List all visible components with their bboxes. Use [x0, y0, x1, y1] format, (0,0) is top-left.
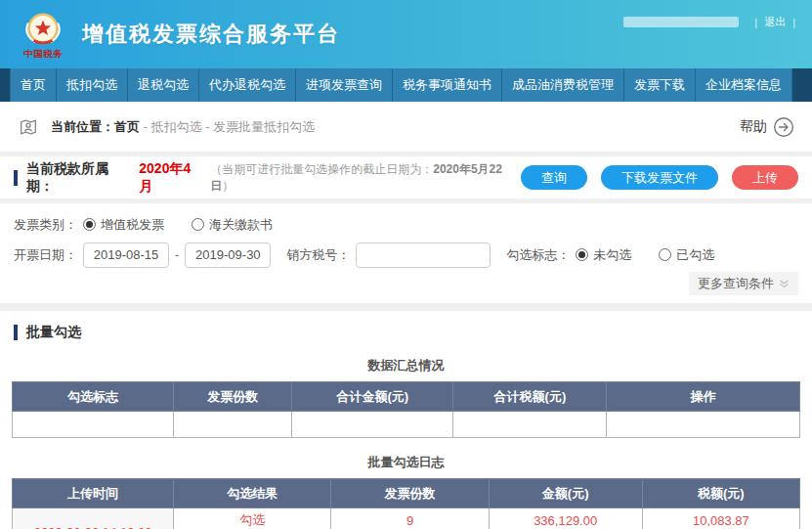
- cell-empty: [174, 412, 292, 438]
- log-table-title: 批量勾选日志: [0, 454, 812, 471]
- radio-option-customs-payment[interactable]: 海关缴款书: [192, 216, 273, 234]
- col-invoice-count: 发票份数: [331, 479, 489, 508]
- log-header-row: 上传时间 勾选结果 发票份数 金额(元) 税额(元): [13, 479, 800, 508]
- period-label: 当前税款所属期：: [26, 160, 134, 196]
- download-invoice-file-button[interactable]: 下载发票文件: [601, 165, 718, 190]
- cell-empty: [607, 412, 800, 438]
- tax-bureau-logo: 中国税务: [16, 10, 70, 59]
- tax-emblem-icon: [22, 10, 64, 51]
- date-to-input[interactable]: [185, 242, 271, 268]
- nav-tab-home[interactable]: 首页: [10, 68, 56, 102]
- top-banner: 中国税务 增值税发票综合服务平台 | 退出 |: [0, 0, 812, 68]
- nav-tab-agent-refund-check[interactable]: 代办退税勾选: [198, 68, 295, 102]
- breadcrumb-current[interactable]: 首页: [114, 119, 140, 134]
- section-divider: [0, 303, 812, 311]
- nav-tab-invoice-download[interactable]: 发票下载: [623, 68, 695, 102]
- col-operation: 操作: [607, 382, 800, 412]
- breadcrumb-bar: 当前位置：首页 - 抵扣勾选 - 发票批量抵扣勾选 帮助: [0, 102, 812, 152]
- radio-option-checked[interactable]: 已勾选: [659, 246, 714, 264]
- date-range-dash: -: [175, 247, 179, 262]
- app-title: 增值税发票综合服务平台: [82, 20, 340, 49]
- period-note: （当期可进行批量勾选操作的截止日期为：2020年5月22日）: [210, 161, 521, 195]
- col-total-amount: 合计金额(元): [292, 382, 453, 412]
- cell-empty: [292, 412, 453, 438]
- radio-unchecked[interactable]: [576, 248, 588, 261]
- check-flag-label: 勾选标志：: [506, 246, 570, 264]
- help-link[interactable]: 帮助: [740, 116, 794, 138]
- action-buttons: 查询 下载发票文件 上传: [521, 165, 798, 190]
- double-chevron-down-icon: [779, 279, 790, 289]
- seller-tax-no-input[interactable]: [356, 242, 491, 268]
- redacted-username: [623, 17, 739, 27]
- radio-label: 海关缴款书: [209, 216, 273, 234]
- batch-check-section-header: 批量勾选: [0, 311, 812, 347]
- radio-checked[interactable]: [659, 248, 671, 261]
- summary-empty-row: [13, 412, 800, 438]
- separator: |: [754, 17, 757, 28]
- more-query-conditions-button[interactable]: 更多查询条件: [689, 272, 798, 295]
- radio-label: 未勾选: [593, 246, 631, 264]
- cell-empty: [13, 412, 174, 438]
- nav-tab-deduction-check[interactable]: 抵扣勾选: [56, 68, 127, 102]
- radio-option-vat-invoice[interactable]: 增值税发票: [83, 216, 164, 234]
- radio-label: 增值税发票: [101, 216, 164, 234]
- summary-table-title: 数据汇总情况: [0, 357, 812, 375]
- logout-link[interactable]: 退出: [764, 15, 786, 29]
- radio-vat-invoice[interactable]: [83, 218, 96, 231]
- arrow-right-circle-icon: [773, 116, 794, 138]
- invoice-date-label: 开票日期：: [14, 246, 77, 264]
- help-label: 帮助: [740, 118, 767, 136]
- query-button[interactable]: 查询: [521, 165, 587, 190]
- cell-result: 勾选: [174, 508, 331, 529]
- separator: |: [792, 17, 795, 28]
- summary-header-row: 勾选标志 发票份数 合计金额(元) 合计税额(元) 操作: [13, 382, 800, 412]
- col-invoice-count: 发票份数: [174, 382, 292, 412]
- filter-panel: 发票类别： 增值税发票 海关缴款书 开票日期： - 销方税号： 勾选标志： 未勾…: [0, 203, 812, 303]
- log-row-check: 2020-03-23 14:19:03 勾选 9 336,129.00 10,0…: [13, 508, 800, 529]
- batch-check-log-table: 上传时间 勾选结果 发票份数 金额(元) 税额(元) 2020-03-23 14…: [12, 478, 800, 529]
- main-nav: 首页 抵扣勾选 退税勾选 代办退税勾选 进项发票查询 税务事项通知书 成品油消费…: [0, 68, 812, 102]
- nav-left-edge: [0, 68, 10, 102]
- nav-tab-company-profile[interactable]: 企业档案信息: [695, 68, 791, 102]
- cell-count: 9: [331, 508, 489, 529]
- cell-empty: [453, 412, 607, 438]
- logo-caption: 中国税务: [23, 49, 63, 59]
- nav-tab-oil-tax-management[interactable]: 成品油消费税管理: [501, 68, 623, 102]
- nav-tab-input-invoice-query[interactable]: 进项发票查询: [295, 68, 392, 102]
- invoice-type-row: 发票类别： 增值税发票 海关缴款书: [14, 209, 798, 240]
- upload-button[interactable]: 上传: [732, 165, 798, 190]
- cell-amount: 336,129.00: [489, 508, 642, 529]
- cell-upload-time: 2020-03-23 14:19:03: [13, 508, 174, 529]
- user-area: | 退出 |: [623, 15, 802, 29]
- radio-option-unchecked[interactable]: 未勾选: [576, 246, 631, 264]
- col-tax: 税额(元): [642, 479, 799, 508]
- radio-label: 已勾选: [676, 246, 714, 264]
- col-upload-time: 上传时间: [13, 479, 174, 508]
- location-map-icon: [18, 116, 39, 138]
- data-summary-table: 勾选标志 发票份数 合计金额(元) 合计税额(元) 操作: [12, 381, 800, 438]
- radio-customs-payment[interactable]: [192, 218, 204, 231]
- cell-tax: 10,083.87: [642, 508, 799, 529]
- col-check-result: 勾选结果: [174, 479, 331, 508]
- col-amount: 金额(元): [489, 479, 642, 508]
- nav-tab-refund-check[interactable]: 退税勾选: [127, 68, 198, 102]
- nav-tab-tax-notice[interactable]: 税务事项通知书: [392, 68, 501, 102]
- breadcrumb-prefix: 当前位置：: [51, 119, 114, 134]
- section-marker: [14, 325, 18, 340]
- breadcrumb: 当前位置：首页 - 抵扣勾选 - 发票批量抵扣勾选: [51, 118, 315, 136]
- more-conditions-row: 更多查询条件: [14, 272, 798, 301]
- batch-check-title: 批量勾选: [26, 324, 81, 341]
- section-marker: [14, 170, 18, 186]
- more-query-conditions-label: 更多查询条件: [698, 275, 774, 292]
- query-condition-row: 开票日期： - 销方税号： 勾选标志： 未勾选 已勾选: [14, 240, 798, 270]
- breadcrumb-trail: - 抵扣勾选 - 发票批量抵扣勾选: [140, 119, 315, 134]
- nav-right-edge: [791, 68, 812, 102]
- col-check-flag: 勾选标志: [13, 382, 174, 412]
- col-total-tax: 合计税额(元): [453, 382, 607, 412]
- date-from-input[interactable]: [83, 242, 169, 268]
- tax-period-bar: 当前税款所属期： 2020年4月 （当期可进行批量勾选操作的截止日期为：2020…: [0, 156, 812, 198]
- seller-tax-no-label: 销方税号：: [286, 246, 350, 264]
- invoice-type-label: 发票类别：: [14, 216, 77, 234]
- period-value: 2020年4月: [139, 160, 203, 196]
